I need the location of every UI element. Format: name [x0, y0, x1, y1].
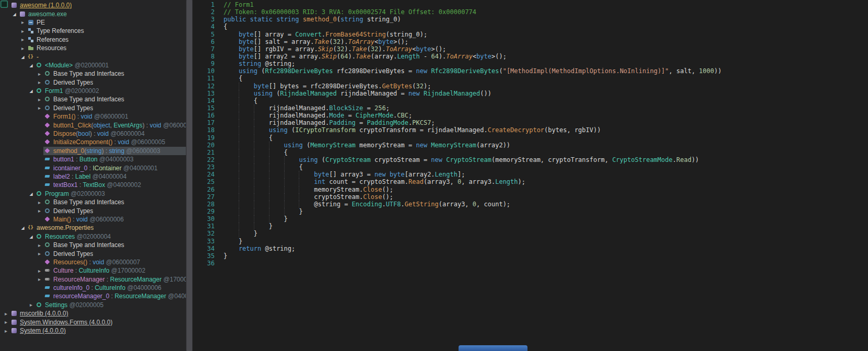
tree-item[interactable]: -	[0, 52, 186, 61]
code-line[interactable]: 22using (CryptoStream cryptoStream = new…	[193, 156, 868, 163]
expander-icon[interactable]	[27, 61, 35, 69]
expander-icon[interactable]	[36, 275, 43, 284]
code-line[interactable]: 36	[193, 260, 868, 267]
code-line[interactable]: 17rijndaelManaged.Padding = PaddingMode.…	[193, 119, 868, 126]
expander-icon[interactable]	[19, 27, 27, 35]
line-number[interactable]: 34	[193, 245, 215, 252]
line-number[interactable]: 15	[193, 104, 215, 112]
code-line[interactable]: 9string @string;	[193, 60, 868, 67]
tree-item[interactable]: Derived Types	[0, 104, 186, 112]
line-number[interactable]: 2	[193, 8, 215, 16]
line-number[interactable]: 31	[193, 223, 215, 230]
tree-item[interactable]: button1 : Button @04000003	[0, 155, 186, 163]
tree-item[interactable]: awesome (1.0.0.0)	[0, 1, 186, 9]
code-line[interactable]: 8byte[] array2 = array.Skip(64).Take(arr…	[193, 53, 868, 60]
line-number[interactable]: 29	[193, 208, 215, 215]
code-line[interactable]: 1// Form1	[193, 1, 868, 8]
line-number[interactable]: 7	[193, 45, 215, 53]
expander-icon[interactable]	[10, 9, 18, 18]
tree-item[interactable]: Resources @02000004	[0, 232, 186, 241]
tree-item[interactable]: Culture : CultureInfo @17000002	[0, 266, 186, 275]
code-line[interactable]: 33}	[193, 238, 868, 245]
line-number[interactable]: 9	[193, 60, 215, 67]
code-line[interactable]: 31}	[193, 223, 868, 230]
tree-item[interactable]: cultureInfo_0 : CultureInfo @04000006	[0, 284, 186, 292]
code-line[interactable]: 30}	[193, 215, 868, 223]
tree-item[interactable]: References	[0, 36, 186, 44]
line-number[interactable]: 36	[193, 260, 215, 267]
line-number[interactable]: 27	[193, 193, 215, 201]
line-number[interactable]: 17	[193, 119, 215, 126]
line-number[interactable]: 33	[193, 238, 215, 245]
tree-item[interactable]: Main() : void @06000006	[0, 215, 186, 224]
line-number[interactable]: 18	[193, 126, 215, 134]
tree-item[interactable]: Form1 @02000002	[0, 87, 186, 95]
line-number[interactable]: 3	[193, 16, 215, 23]
code-line[interactable]: 19{	[193, 134, 868, 142]
line-number[interactable]: 5	[193, 31, 215, 38]
line-number[interactable]: 13	[193, 90, 215, 97]
line-number[interactable]: 24	[193, 171, 215, 178]
tree-scrollbar-thumb[interactable]	[186, 0, 192, 351]
tree-item[interactable]: Type References	[0, 27, 186, 35]
code-line[interactable]: 28@string = Encoding.UTF8.GetString(arra…	[193, 201, 868, 208]
expander-icon[interactable]	[2, 318, 10, 326]
expander-icon[interactable]	[19, 44, 27, 52]
line-number[interactable]: 11	[193, 75, 215, 82]
expander-icon[interactable]	[27, 232, 35, 241]
tree-item[interactable]: Resources() : void @06000007	[0, 258, 186, 266]
code-line[interactable]: 21{	[193, 149, 868, 156]
line-number[interactable]: 16	[193, 112, 215, 119]
tree-item[interactable]: Resources	[0, 44, 186, 52]
code-line[interactable]: 11{	[193, 75, 868, 82]
tree-item[interactable]: mscorlib (4.0.0.0)	[0, 309, 186, 318]
expander-icon[interactable]	[36, 78, 43, 87]
tree-item[interactable]: icontainer_0 : IContainer @04000001	[0, 163, 186, 172]
tree-item[interactable]: awesome.Properties	[0, 224, 186, 232]
line-number[interactable]: 12	[193, 83, 215, 90]
tree-item[interactable]: System (4.0.0.0)	[0, 326, 186, 335]
line-number[interactable]: 6	[193, 38, 215, 45]
tree-scrollbar[interactable]	[186, 0, 193, 351]
line-number[interactable]: 20	[193, 142, 215, 149]
tree-item[interactable]: resourceManager_0 : ResourceManager @040…	[0, 292, 186, 300]
tree-item[interactable]: Derived Types	[0, 78, 186, 87]
line-number[interactable]: 14	[193, 97, 215, 104]
code-line[interactable]: 2// Token: 0x06000003 RID: 3 RVA: 0x0000…	[193, 8, 868, 16]
code-line[interactable]: 20using (MemoryStream memoryStream = new…	[193, 142, 868, 149]
expander-icon[interactable]	[2, 309, 10, 318]
line-number[interactable]: 35	[193, 252, 215, 260]
tree-item[interactable]: Base Type and Interfaces	[0, 95, 186, 103]
code-line[interactable]: 10using (Rfc2898DeriveBytes rfc2898Deriv…	[193, 67, 868, 75]
line-number[interactable]: 4	[193, 23, 215, 30]
code-line[interactable]: 12byte[] bytes = rfc2898DeriveBytes.GetB…	[193, 83, 868, 90]
code-line[interactable]: 13using (RijndaelManaged rijndaelManaged…	[193, 90, 868, 97]
code-line[interactable]: 24byte[] array3 = new byte[array2.Length…	[193, 171, 868, 178]
code-line[interactable]: 34return @string;	[193, 245, 868, 252]
code-line[interactable]: 29}	[193, 208, 868, 215]
tree-item[interactable]: button1_Click(object, EventArgs) : void …	[0, 121, 186, 129]
tree-item[interactable]: Base Type and Interfaces	[0, 69, 186, 78]
tree-item[interactable]: InitializeComponent() : void @06000005	[0, 138, 186, 146]
code-line[interactable]: 16rijndaelManaged.Mode = CipherMode.CBC;	[193, 112, 868, 119]
code-line[interactable]: 23{	[193, 163, 868, 171]
line-number[interactable]: 8	[193, 53, 215, 60]
expander-icon[interactable]	[2, 326, 10, 335]
tree-item[interactable]: Derived Types	[0, 249, 186, 258]
expander-icon[interactable]	[36, 206, 43, 215]
code-line[interactable]: 35}	[193, 252, 868, 260]
tree-item[interactable]: smethod_0(string) : string @06000003	[0, 147, 186, 155]
expander-icon[interactable]	[36, 241, 43, 249]
line-number[interactable]: 28	[193, 201, 215, 208]
code-line[interactable]: 6byte[] salt = array.Take(32).ToArray<by…	[193, 38, 868, 45]
code-line[interactable]: 26memoryStream.Close();	[193, 186, 868, 193]
tree-item[interactable]: label2 : Label @04000004	[0, 172, 186, 181]
bottom-popup-fragment[interactable]	[459, 345, 527, 351]
tree-item[interactable]: System.Windows.Forms (4.0.0.0)	[0, 318, 186, 326]
expander-icon[interactable]	[27, 301, 35, 309]
line-number[interactable]: 32	[193, 230, 215, 237]
line-number[interactable]: 22	[193, 156, 215, 163]
expander-icon[interactable]	[36, 249, 43, 258]
tree-item[interactable]: Settings @02000005	[0, 301, 186, 309]
line-number[interactable]: 25	[193, 178, 215, 185]
